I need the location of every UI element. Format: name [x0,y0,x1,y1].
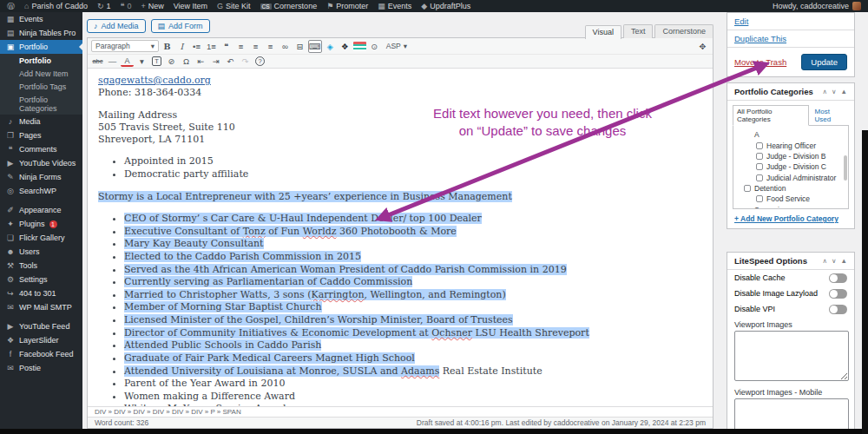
comments[interactable]: ❝ 0 [121,2,132,10]
link-icon[interactable]: ∞ [279,40,292,53]
toggle-switch-off[interactable] [829,289,847,299]
strikethrough-icon[interactable]: abc [91,55,104,68]
add-media-button[interactable]: ♪ Add Media [87,19,146,33]
move-up-icon[interactable]: ∧ [823,88,828,95]
paragraph-format-select[interactable]: Paragraph ▾ [91,40,159,52]
element-path-bar[interactable]: DIV » DIV » DIV » DIV » DIV » DIV » P » … [88,406,713,417]
outdent-icon[interactable]: ⇤ [194,55,207,68]
sidebar-item[interactable]: ❖ LayerSlider [0,333,82,347]
site-kit[interactable]: G Site Kit [217,2,251,10]
duplicate-this-link[interactable]: Duplicate This [734,34,786,43]
indent-icon[interactable]: ⇥ [209,55,222,68]
clear-formatting-icon[interactable]: ⊘ [165,55,178,68]
edit-link[interactable]: Edit [734,16,748,26]
misspelled-word: Karrington [311,289,364,300]
promoter[interactable]: ⚑ Promoter [326,2,368,10]
toggle-switch-off[interactable] [829,273,847,283]
move-down-icon[interactable]: ∨ [832,257,837,265]
move-up-icon[interactable]: ∧ [823,257,828,265]
toggle-panel-icon[interactable]: ▲ [841,257,847,265]
sidebar-item[interactable]: ❏ Flickr Gallery [0,231,82,245]
sidebar-item[interactable]: Portfolio Tags [0,80,82,93]
cornerstone[interactable]: CS Cornerstone [260,2,318,10]
editor-mode-tab[interactable]: Text [623,24,654,38]
sidebar-item[interactable]: ♪ Media [0,115,82,128]
howdy-account-link[interactable]: Howdy, caddocreative [773,2,849,10]
events[interactable]: ▦ Events [378,2,411,10]
sidebar-item[interactable]: ⚒ Tools [0,259,82,273]
undo-icon[interactable]: ↶ [224,55,237,68]
tab-all-categories[interactable]: All Portfolio Categories [733,105,809,126]
editor-content-area[interactable]: sgagewatts@caddo.org Phone: 318-364-0334… [88,69,713,406]
drop-icon[interactable]: ◈ [324,40,337,53]
editor-mode-tab[interactable]: Cornerstone [654,24,713,38]
sidebar-item[interactable]: ▦ Events [0,12,82,26]
blockquote-icon[interactable]: ❝ [220,40,233,53]
asp-shortcode-select[interactable]: ASP ▾ [383,42,411,50]
redo-icon[interactable]: ↷ [239,55,252,68]
sidebar-item[interactable]: f Facebook Feed [0,347,82,361]
updates[interactable]: ↻ 1 [97,2,111,10]
hr-icon[interactable]: — [106,55,119,68]
help-icon[interactable]: ? [255,56,265,66]
sidebar-item[interactable]: ☻ Users [0,245,82,259]
category-checkbox[interactable] [756,174,763,181]
sidebar-item[interactable]: ❝ Comments [0,142,82,156]
sidebar-item[interactable]: ▶ YouTube Videos [0,156,82,170]
bold-icon[interactable]: B [161,40,174,53]
move-down-icon[interactable]: ∨ [832,88,837,95]
italic-icon[interactable]: I [175,40,188,53]
move-to-trash-link[interactable]: Move to Trash [734,57,786,67]
category-checkbox[interactable] [756,195,763,202]
email-link[interactable]: sgagewatts@caddo.org [98,75,211,86]
align-right-icon[interactable]: ≡ [264,40,277,53]
sidebar-item[interactable]: ▣ Portfolio [0,40,82,54]
distraction-free-icon[interactable]: ✥ [696,40,709,53]
viewport-images-textarea[interactable] [734,331,849,381]
new-content[interactable]: + New [141,2,163,10]
sidebar-item[interactable]: ✉ WP Mail SMTP [0,300,82,314]
scrollbar-thumb[interactable] [844,155,847,181]
toggle-switch-off[interactable] [829,305,847,314]
sidebar-item[interactable]: Add New Item [0,67,82,80]
shutter-icon[interactable]: ⊙ [368,40,381,53]
update-button[interactable]: Update [801,54,847,70]
category-checkbox[interactable] [744,185,751,192]
text-color-icon[interactable]: A [121,56,134,67]
text-color-caret-icon[interactable]: ▾ [135,55,148,68]
more-tag-icon[interactable]: ⊟ [293,40,306,53]
numbered-list-icon[interactable]: 1≡ [205,40,218,53]
special-character-icon[interactable]: Ω [180,55,193,68]
layers-icon[interactable]: ❖ [339,40,352,53]
category-checkbox[interactable] [756,163,763,170]
sidebar-item[interactable]: ✉ Postie [0,361,82,375]
view-item[interactable]: View Item [174,2,207,10]
site-name[interactable]: ⌂ Parish of Caddo [24,2,88,10]
bullet-list-icon[interactable]: •≡ [190,40,203,53]
add-form-button[interactable]: ▤ Add Form [151,19,210,33]
paste-as-text-icon[interactable]: T [152,56,161,66]
sidebar-item[interactable]: ▤ Ninja Tables Pro [0,26,82,40]
add-new-category-link[interactable]: + Add New Portfolio Category [727,209,854,228]
tab-most-used[interactable]: Most Used [812,106,849,125]
toggle-panel-icon[interactable]: ▲ [841,88,847,95]
sidebar-item[interactable]: Portfolio Categories [0,93,82,115]
sidebar-item[interactable]: ❐ Pages [0,128,82,142]
wordpress-logo[interactable]: Ⓦ [7,1,15,12]
align-left-icon[interactable]: ≡ [234,40,247,53]
updraftplus[interactable]: ◆ UpdraftPlus [421,2,470,10]
category-checkbox[interactable] [756,142,763,149]
editor-mode-tab[interactable]: Visual [585,25,621,39]
sidebar-item[interactable]: ◎ SearchWP [0,184,82,198]
category-checkbox[interactable] [756,153,763,160]
sidebar-item[interactable]: ⚙ Settings [0,273,82,286]
keyboard-toolbar-toggle-icon[interactable]: ⌨ [308,40,322,53]
sidebar-item[interactable]: ✦ Plugins 1 [0,217,82,231]
sidebar-item[interactable]: ▶ YouTube Feed [0,319,82,333]
align-center-icon[interactable]: ≡ [249,40,262,53]
sidebar-item[interactable]: ✐ Appearance [0,203,82,217]
sidebar-item[interactable]: ↪ 404 to 301 [0,286,82,300]
sidebar-item[interactable]: ✎ Ninja Forms [0,170,82,184]
table-colors-icon[interactable] [353,42,366,51]
sidebar-item[interactable]: Portfolio [0,54,82,67]
